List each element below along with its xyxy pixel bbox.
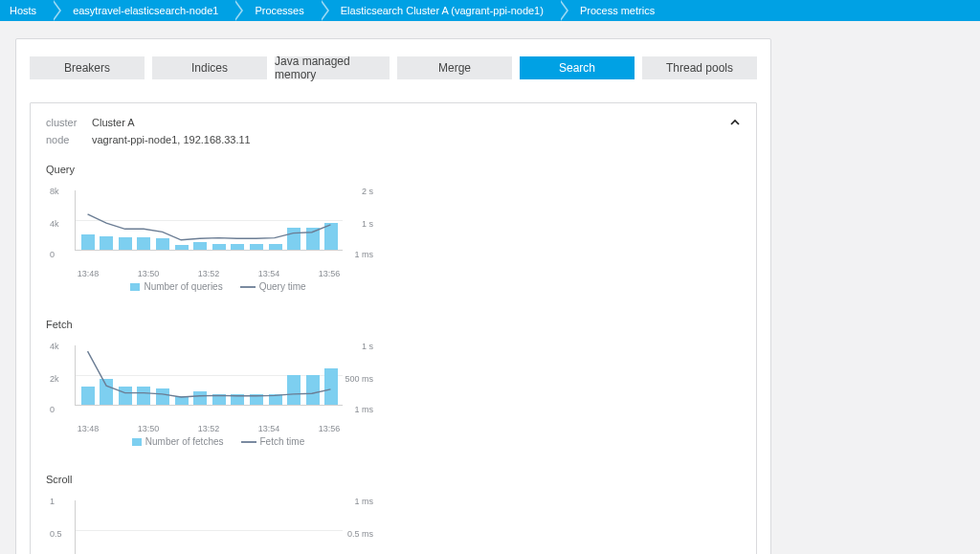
ylabel-right: 1 s bbox=[362, 219, 373, 229]
tab-java-managed-memory[interactable]: Java managed memory bbox=[275, 56, 390, 79]
chart-scroll: Scroll 1 0.5 0 1 ms 0.5 ms 0 ms 13:4813:… bbox=[46, 474, 390, 554]
chart-scroll-title: Scroll bbox=[46, 474, 390, 485]
ylabel-right: 500 ms bbox=[345, 374, 373, 384]
legend-bars: Number of queries bbox=[130, 281, 222, 292]
metric-tabs: Breakers Indices Java managed memory Mer… bbox=[30, 56, 757, 79]
crumb-host[interactable]: easytravel-elasticsearch-node1 bbox=[54, 0, 235, 21]
ylabel-right: 1 ms bbox=[354, 250, 373, 259]
line-icon bbox=[240, 286, 256, 288]
ylabel: 4k bbox=[50, 219, 59, 229]
legend-bars: Number of fetches bbox=[132, 436, 224, 447]
node-value: vagrant-ppi-node1, 192.168.33.11 bbox=[92, 132, 251, 149]
ylabel-right: 1 ms bbox=[354, 405, 373, 414]
chart-query-plot: 8k 4k 0 2 s 1 s 1 ms 13:4813:5013:5213:5… bbox=[75, 183, 371, 264]
ylabel: 2k bbox=[50, 374, 59, 384]
crumb-cluster[interactable]: Elasticsearch Cluster A (vagrant-ppi-nod… bbox=[322, 0, 561, 21]
crumb-hosts[interactable]: Hosts bbox=[0, 0, 54, 21]
chart-fetch-title: Fetch bbox=[46, 319, 390, 330]
chart-query: Query 8k 4k 0 2 s 1 s 1 ms 13:4813:5013:… bbox=[46, 164, 390, 292]
tab-indices[interactable]: Indices bbox=[152, 56, 267, 79]
crumb-processes[interactable]: Processes bbox=[235, 0, 321, 21]
chevron-up-icon[interactable] bbox=[727, 115, 743, 130]
metrics-card: Breakers Indices Java managed memory Mer… bbox=[15, 38, 771, 554]
tab-search[interactable]: Search bbox=[520, 56, 635, 79]
cluster-label: cluster bbox=[46, 115, 82, 132]
chart-fetch-plot: 4k 2k 0 1 s 500 ms 1 ms 13:4813:5013:521… bbox=[75, 338, 371, 419]
chart-query-title: Query bbox=[46, 164, 390, 175]
cluster-value: Cluster A bbox=[92, 115, 135, 132]
breadcrumb: Hosts easytravel-elasticsearch-node1 Pro… bbox=[0, 0, 980, 21]
tab-thread-pools[interactable]: Thread pools bbox=[642, 56, 757, 79]
bar-icon bbox=[132, 438, 142, 446]
line-icon bbox=[241, 441, 256, 443]
legend-line: Fetch time bbox=[241, 436, 305, 447]
legend-line: Query time bbox=[240, 281, 306, 292]
tab-breakers[interactable]: Breakers bbox=[30, 56, 145, 79]
ylabel-right: 1 s bbox=[362, 342, 373, 351]
ylabel-right: 1 ms bbox=[354, 497, 373, 506]
ylabel: 0.5 bbox=[50, 529, 62, 539]
ylabel: 0 bbox=[50, 250, 55, 259]
ylabel-right: 2 s bbox=[362, 187, 373, 196]
ylabel: 0 bbox=[50, 405, 55, 414]
crumb-metrics[interactable]: Process metrics bbox=[561, 0, 672, 21]
chart-scroll-plot: 1 0.5 0 1 ms 0.5 ms 0 ms 13:4813:5013:52… bbox=[75, 493, 371, 554]
ylabel: 8k bbox=[50, 187, 59, 196]
tab-merge[interactable]: Merge bbox=[397, 56, 512, 79]
chart-fetch: Fetch 4k 2k 0 1 s 500 ms 1 ms 13:4813:50… bbox=[46, 319, 390, 447]
ylabel-right: 0.5 ms bbox=[347, 529, 373, 539]
ylabel: 1 bbox=[50, 497, 55, 506]
search-panel: cluster Cluster A node vagrant-ppi-node1… bbox=[30, 102, 757, 554]
node-label: node bbox=[46, 132, 82, 149]
bar-icon bbox=[130, 283, 140, 291]
ylabel: 4k bbox=[50, 342, 59, 351]
